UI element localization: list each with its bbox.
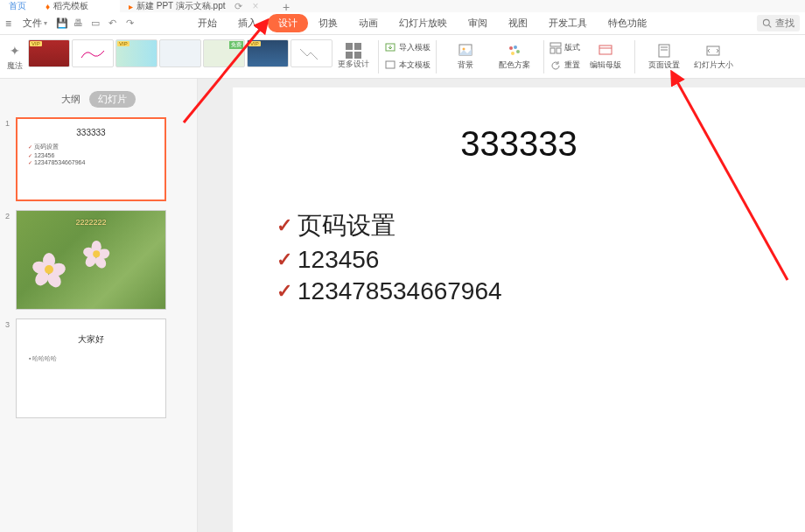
more-designs-button[interactable]: 更多设计 [334, 43, 373, 70]
color-scheme-button[interactable]: 配色方案 [491, 37, 538, 77]
thumb1-line1: 页码设置 [28, 143, 159, 151]
edit-master-button[interactable]: 编辑母版 [582, 37, 629, 77]
template-thumb-3[interactable]: VIP [116, 39, 158, 67]
tab-devtools[interactable]: 开发工具 [538, 14, 598, 32]
page-setup-button[interactable]: 页面设置 [640, 37, 688, 77]
import-template-label: 导入模板 [399, 42, 430, 53]
svg-rect-13 [599, 46, 612, 54]
tab-design[interactable]: 设计 [268, 14, 308, 32]
layout-button[interactable]: 版式 [550, 40, 580, 56]
svg-line-1 [769, 25, 772, 28]
docer-tab[interactable]: ♦ 稻壳模板 [37, 0, 120, 12]
svg-rect-3 [386, 61, 395, 68]
wand-icon: ✦ [5, 41, 24, 60]
tab-view[interactable]: 视图 [498, 14, 538, 32]
svg-point-8 [516, 50, 520, 53]
add-tab-button[interactable]: + [273, 0, 299, 14]
ribbon-bar: ✦ 魔法 VIP VIP 免费 VIP 更多设计 导入模板 本文模板 背景 配色… [0, 35, 805, 79]
reset-icon [550, 60, 562, 72]
thumb2-overlay: 2222222 [75, 218, 106, 227]
thumbnail-number: 1 [5, 117, 12, 128]
layout-reset-group: 版式 重置 [550, 38, 580, 76]
bullet-text-2[interactable]: 123456 [298, 246, 379, 274]
ribbon-divider [634, 40, 635, 74]
reset-button[interactable]: 重置 [550, 58, 580, 74]
vip-badge: VIP [30, 41, 42, 46]
file-menu[interactable]: 文件 [23, 17, 47, 30]
hamburger-icon[interactable]: ≡ [5, 18, 19, 30]
undo-icon[interactable]: ↶ [108, 18, 121, 30]
svg-rect-18 [707, 46, 719, 55]
home-tab[interactable]: 首页 [0, 0, 37, 12]
tab-transition[interactable]: 切换 [308, 14, 348, 32]
slide-size-icon [705, 43, 721, 59]
vip-badge: VIP [117, 41, 130, 46]
thumb3-line: 哈哈哈哈 [29, 354, 160, 363]
thumb1-line3: 123478534667964 [28, 159, 159, 165]
thumbnail-3[interactable]: 大家好 哈哈哈哈 [16, 318, 166, 418]
thumbnail-row: 3 大家好 哈哈哈哈 [5, 318, 192, 418]
tab-features[interactable]: 特色功能 [598, 14, 657, 32]
svg-rect-11 [550, 48, 555, 53]
bullet-text-3[interactable]: 123478534667964 [298, 277, 502, 305]
template-thumb-1[interactable]: VIP [28, 39, 70, 67]
docer-tab-label: 稻壳模板 [53, 0, 88, 12]
thumbnail-2[interactable]: 2222222 [16, 210, 166, 310]
save-icon[interactable]: 💾 [56, 18, 68, 30]
more-designs-label: 更多设计 [338, 59, 369, 70]
document-tab[interactable]: ▸ 新建 PPT 演示文稿.ppt ⟳ × [120, 0, 273, 12]
template-thumb-7[interactable] [290, 39, 332, 67]
template-import-group: 导入模板 本文模板 [384, 38, 430, 76]
vip-badge: VIP [248, 41, 261, 46]
document-tab-label: 新建 PPT 演示文稿.ppt [136, 0, 226, 12]
slide-title[interactable]: 333333 [460, 124, 577, 164]
local-template-icon [384, 60, 396, 72]
close-tab-icon[interactable]: × [253, 0, 259, 12]
workspace: 大纲 幻灯片 1 333333 页码设置 123456 123478534667… [0, 79, 805, 532]
local-template-button[interactable]: 本文模板 [384, 58, 430, 74]
tab-slideshow[interactable]: 幻灯片放映 [388, 14, 458, 32]
preview-icon[interactable]: ▭ [91, 18, 103, 30]
svg-rect-10 [550, 43, 561, 46]
search-box[interactable]: 查找 [757, 15, 800, 32]
background-icon [458, 43, 473, 59]
refresh-icon[interactable]: ⟳ [234, 1, 242, 12]
bullet-row: ✓ 123478534667964 [276, 277, 502, 305]
template-thumb-5[interactable]: 免费 [203, 39, 245, 67]
design-template-gallery: VIP VIP 免费 VIP [28, 39, 332, 74]
slide-size-label: 幻灯片大小 [694, 60, 733, 71]
fire-icon: ♦ [46, 2, 50, 11]
tab-start[interactable]: 开始 [187, 14, 228, 32]
thumbnail-row: 2 2222222 [5, 210, 192, 310]
page-setup-label: 页面设置 [648, 60, 680, 71]
template-thumb-4[interactable] [159, 39, 201, 67]
thumbnail-number: 3 [5, 318, 12, 329]
background-button[interactable]: 背景 [442, 37, 489, 77]
bullet-text-1[interactable]: 页码设置 [298, 209, 396, 242]
slide-canvas[interactable]: 333333 ✓ 页码设置 ✓ 123456 ✓ 123478534667964 [233, 88, 805, 532]
svg-point-7 [514, 46, 517, 49]
slides-tab[interactable]: 幻灯片 [89, 91, 136, 108]
slide-size-button[interactable]: 幻灯片大小 [690, 37, 737, 77]
reset-label: 重置 [564, 60, 580, 71]
outline-tab[interactable]: 大纲 [61, 93, 80, 106]
thumbnail-1[interactable]: 333333 页码设置 123456 123478534667964 [16, 117, 166, 201]
svg-point-0 [763, 19, 769, 25]
search-icon [762, 18, 772, 28]
quick-access-toolbar: 💾 🖶 ▭ ↶ ↷ [56, 18, 138, 30]
magic-button[interactable]: ✦ 魔法 [4, 37, 26, 77]
ribbon-divider [378, 40, 379, 74]
tab-animation[interactable]: 动画 [348, 14, 388, 32]
thumbnail-row: 1 333333 页码设置 123456 123478534667964 [5, 117, 192, 201]
tab-review[interactable]: 审阅 [458, 14, 498, 32]
grid-icon [346, 43, 361, 59]
template-thumb-2[interactable] [72, 39, 114, 67]
template-thumb-6[interactable]: VIP [247, 39, 289, 67]
menu-bar: ≡ 文件 💾 🖶 ▭ ↶ ↷ 开始 插入 设计 切换 动画 幻灯片放映 审阅 视… [0, 12, 805, 35]
print-icon[interactable]: 🖶 [74, 18, 86, 30]
tab-insert[interactable]: 插入 [228, 14, 268, 32]
slide-body[interactable]: ✓ 页码设置 ✓ 123456 ✓ 123478534667964 [276, 206, 502, 309]
import-template-button[interactable]: 导入模板 [384, 40, 430, 56]
redo-icon[interactable]: ↷ [126, 18, 138, 30]
thumb1-line2: 123456 [28, 152, 159, 158]
